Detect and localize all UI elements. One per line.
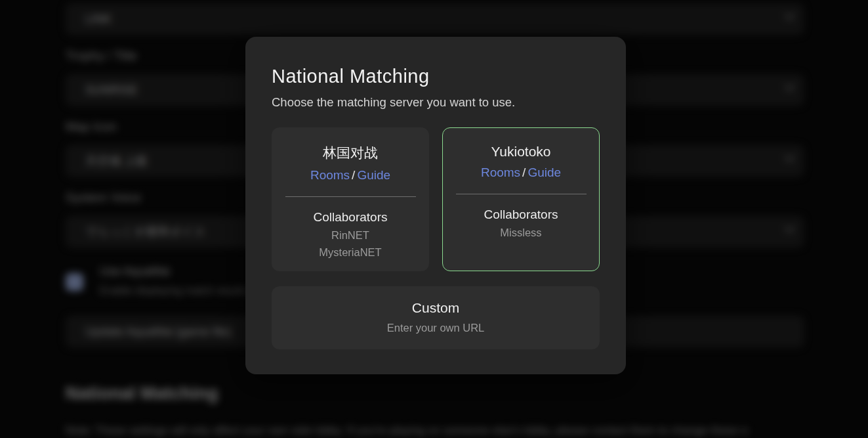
server-card-yukiotoko[interactable]: Yukiotoko Rooms/Guide Collaborators Miss… (442, 127, 600, 271)
rooms-link[interactable]: Rooms (310, 168, 350, 182)
server-links: Rooms/Guide (272, 168, 428, 183)
server-card-linguo[interactable]: 林国对战 Rooms/Guide Collaborators RinNET My… (272, 127, 429, 271)
rooms-link[interactable]: Rooms (481, 165, 520, 179)
card-divider (456, 194, 587, 194)
collaborators-label: Collaborators (443, 208, 599, 222)
card-divider (285, 196, 416, 197)
link-separator: / (522, 165, 526, 179)
server-name: Yukiotoko (443, 144, 599, 160)
collaborators-label: Collaborators (272, 210, 428, 225)
guide-link[interactable]: Guide (357, 168, 390, 182)
collaborator-name: Missless (443, 227, 599, 239)
custom-server-card[interactable]: Custom Enter your own URL (272, 286, 600, 349)
server-name: 林国对战 (272, 144, 428, 162)
custom-card-title: Custom (272, 300, 600, 316)
server-links: Rooms/Guide (443, 165, 599, 180)
modal-title: National Matching (272, 66, 600, 87)
collaborator-name: MysteriaNET (272, 246, 428, 259)
collaborator-name: RinNET (272, 229, 428, 242)
national-matching-modal: National Matching Choose the matching se… (245, 37, 626, 374)
guide-link[interactable]: Guide (527, 165, 561, 179)
server-card-row: 林国对战 Rooms/Guide Collaborators RinNET My… (272, 127, 600, 271)
link-separator: / (352, 168, 355, 182)
custom-card-subtitle: Enter your own URL (272, 322, 600, 334)
modal-subtitle: Choose the matching server you want to u… (272, 95, 600, 110)
